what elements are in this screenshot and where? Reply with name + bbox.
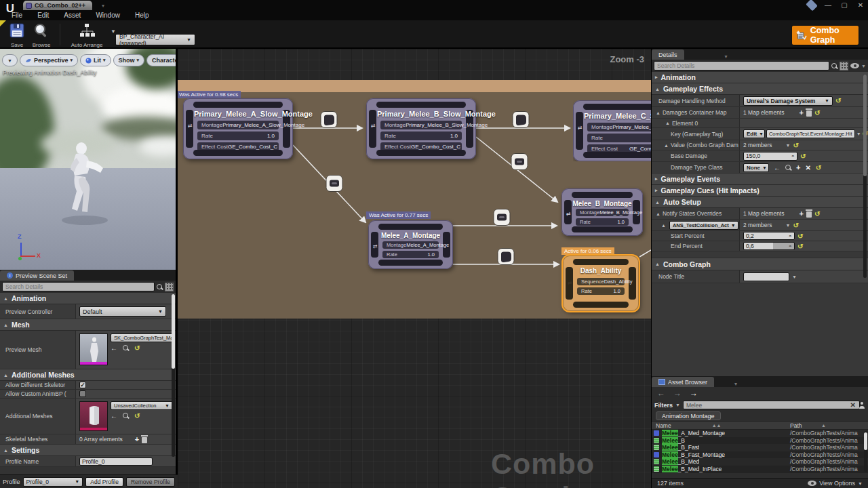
preview-search-input[interactable] — [2, 282, 155, 291]
history-forward-icon[interactable]: → — [673, 388, 682, 398]
asset-row[interactable]: Melee_B_Med /ComboGraphTests/Anima — [652, 458, 868, 466]
column-name[interactable]: Name — [652, 422, 671, 429]
clear-map-icon[interactable] — [806, 211, 812, 218]
edit-tag-dropdown[interactable]: Edit▼ — [743, 129, 765, 138]
grid-view-icon[interactable] — [840, 62, 848, 70]
chevron-down-icon[interactable]: ▼ — [856, 131, 861, 136]
clear-search-icon[interactable]: ✕ — [850, 401, 856, 409]
view-options-button[interactable]: View Options ▼ — [808, 480, 863, 487]
eye-filter-icon[interactable] — [850, 63, 859, 68]
transition-input-icon[interactable] — [511, 152, 528, 171]
preview-mesh-dropdown[interactable]: SK_ComboGraphTest_Mar▼ — [111, 333, 173, 342]
document-tab[interactable]: CG_Combo_02++ — [23, 1, 92, 10]
filters-caret-icon[interactable]: ▼ — [675, 403, 680, 407]
node-melee-a-montage[interactable]: Melee_A_Montage ⇄ MontageMelee_A_Montage… — [368, 220, 453, 269]
preview-viewport[interactable]: ▼ Perspective▾ Lit▾ Show▾ Character▾ LOD… — [0, 49, 178, 270]
type-filter-pill[interactable]: Animation Montage — [656, 411, 721, 420]
menu-help[interactable]: Help — [127, 12, 157, 19]
remove-profile-button[interactable]: Remove Profile — [126, 477, 175, 487]
history-back-icon[interactable]: ← — [657, 388, 665, 398]
asset-row[interactable]: Melee_B_Med_InPlace /ComboGraphTests/Ani… — [652, 466, 868, 473]
section-combo-graph[interactable]: ▲Combo Graph — [652, 258, 868, 270]
transition-input-icon[interactable] — [493, 208, 511, 226]
asset-list-scrollbar[interactable] — [864, 431, 867, 472]
node-primary-melee-a[interactable]: Primary_Melee_A_Slow_Montage ⇄ MontagePr… — [183, 98, 293, 159]
damage-type-dropdown[interactable]: None▼ — [743, 163, 769, 172]
chevron-down-icon[interactable]: ▼ — [861, 64, 866, 68]
node-melee-b-montage[interactable]: Melee_B_Montage ⇄ MontageMelee_B_Montage… — [561, 188, 643, 236]
start-percent-input[interactable]: 0,2◐ — [743, 232, 795, 240]
tab-caret-icon[interactable]: ▾ — [102, 3, 104, 9]
panel-menu-caret-icon[interactable]: ▾ — [734, 381, 737, 387]
menu-edit[interactable]: Edit — [30, 12, 56, 19]
base-damage-input[interactable]: 150,0◐ — [743, 152, 797, 161]
use-selected-icon[interactable]: ← — [111, 412, 117, 420]
browse-to-asset-icon[interactable] — [123, 413, 129, 419]
section-auto-setup[interactable]: ▲Auto Setup — [652, 197, 868, 208]
panel-menu-caret-icon[interactable]: ▾ — [725, 54, 728, 60]
column-path[interactable]: Path — [790, 422, 802, 429]
section-mesh[interactable]: ▲Mesh — [0, 319, 176, 331]
browse-to-asset-icon[interactable] — [785, 165, 791, 171]
additional-meshes-dropdown[interactable]: UnsavedCollection▼ — [111, 401, 173, 410]
reset-icon[interactable]: ↺ — [816, 164, 821, 171]
section-gameplay-events[interactable]: ▸Gameplay Events — [652, 174, 868, 185]
allow-animbp-checkbox[interactable] — [79, 390, 86, 397]
tab-details[interactable]: Details — [652, 49, 684, 60]
show-button[interactable]: Show▾ — [113, 54, 145, 66]
node-pin-bar[interactable] — [193, 150, 283, 156]
allow-skeletons-checkbox[interactable]: ✓ — [79, 382, 86, 388]
damage-handling-dropdown[interactable]: Unreal's Damage System▼ — [743, 96, 833, 106]
preview-mesh-thumbnail[interactable] — [79, 333, 108, 365]
chevron-down-icon[interactable]: ▼ — [792, 274, 797, 279]
use-selected-icon[interactable]: ← — [774, 164, 781, 171]
details-scrollbar[interactable] — [863, 75, 867, 278]
sort-icons[interactable]: ▲▲ — [712, 423, 722, 428]
node-input-pin[interactable] — [186, 110, 193, 148]
minimize-button[interactable]: — — [823, 1, 833, 9]
reset-icon[interactable]: ↺ — [797, 232, 803, 240]
reset-icon[interactable]: ↺ — [134, 412, 140, 420]
node-pin-bar[interactable] — [193, 102, 283, 108]
gameplay-tag-field[interactable] — [766, 129, 855, 138]
ans-class-dropdown[interactable]: ANS_TestCollision_Act▼ — [669, 221, 738, 230]
asset-row[interactable]: Melee_A_Med_Montage /ComboGraphTests/Ani… — [652, 430, 868, 437]
profile-name-input[interactable] — [79, 458, 153, 466]
node-title-input[interactable] — [743, 272, 789, 281]
transition-input-icon[interactable] — [320, 110, 338, 129]
reset-icon[interactable]: ↺ — [814, 210, 820, 218]
asset-search-input[interactable] — [683, 401, 860, 409]
asset-row[interactable]: Melee_B_Fast_Montage /ComboGraphTests/An… — [652, 451, 868, 459]
section-animation-details[interactable]: ▸Animation — [652, 72, 868, 83]
reset-icon[interactable]: ↺ — [797, 243, 803, 250]
perspective-button[interactable]: Perspective▾ — [20, 54, 78, 66]
add-map-element-icon[interactable]: + — [799, 209, 803, 218]
sync-browser-icon[interactable]: → — [690, 388, 698, 398]
end-percent-input[interactable]: 0,6◐ — [743, 242, 795, 250]
additional-meshes-thumbnail[interactable] — [79, 401, 108, 431]
section-animation[interactable]: ▲Animation — [0, 293, 176, 304]
maximize-button[interactable]: ▢ — [840, 1, 849, 9]
add-element-icon[interactable]: + — [135, 435, 139, 443]
menu-file[interactable]: File — [4, 12, 30, 19]
reset-icon[interactable]: ↺ — [793, 142, 798, 149]
add-map-element-icon[interactable]: + — [799, 108, 803, 117]
node-primary-melee-b[interactable]: Primary_Melee_B_Slow_Montage ⇄ MontagePr… — [366, 98, 476, 159]
debug-target-dropdown[interactable]: BP_Character_AI (spawned) ▼ — [115, 34, 195, 45]
browse-button[interactable]: Browse — [28, 22, 54, 48]
tab-preview-scene-set[interactable]: i Preview Scene Set — [0, 270, 74, 281]
transition-input-icon[interactable] — [512, 110, 530, 129]
browse-to-asset-icon[interactable] — [123, 345, 129, 351]
menu-asset[interactable]: Asset — [56, 12, 88, 19]
reset-icon[interactable]: ↺ — [793, 222, 798, 229]
asset-row[interactable]: Melee_B /ComboGraphTests/Anima — [652, 437, 868, 445]
asset-row[interactable]: Melee_B_Fast /ComboGraphTests/Anima — [652, 444, 868, 451]
chevron-down-icon[interactable]: ▼ — [786, 223, 791, 228]
grid-view-icon[interactable] — [165, 283, 174, 291]
layout-diamond-icon[interactable] — [806, 0, 818, 11]
character-button[interactable]: Character▾ — [146, 54, 178, 66]
section-additional-meshes[interactable]: ▲Additional Meshes — [0, 369, 176, 381]
combo-graph-canvas[interactable]: Zoom -3 Was Active for 0.98 secs Primary… — [178, 49, 651, 488]
section-settings[interactable]: ▲Settings — [0, 445, 176, 456]
person-filter-icon[interactable] — [859, 402, 865, 409]
